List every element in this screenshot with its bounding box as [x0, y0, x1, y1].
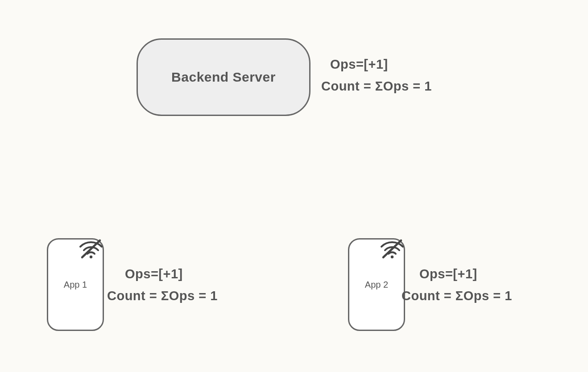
svg-point-2 [391, 256, 393, 258]
server-count-line: Count = ΣOps = 1 [321, 75, 432, 97]
backend-server-node: Backend Server [137, 38, 311, 116]
app1-count-line: Count = ΣOps = 1 [107, 285, 218, 307]
app2-state-text: Ops=[+1] Count = ΣOps = 1 [419, 263, 512, 307]
svg-point-0 [90, 256, 92, 258]
backend-server-label: Backend Server [171, 70, 276, 85]
backend-server-state-text: Ops=[+1] Count = ΣOps = 1 [330, 54, 432, 98]
app1-state-text: Ops=[+1] Count = ΣOps = 1 [125, 263, 218, 307]
app1-label: App 1 [64, 280, 87, 290]
wifi-off-icon [78, 238, 104, 259]
wifi-off-icon [379, 238, 406, 259]
app2-device-node: App 2 [348, 238, 405, 331]
app2-label: App 2 [365, 280, 388, 290]
app2-count-line: Count = ΣOps = 1 [402, 285, 512, 307]
server-ops-line: Ops=[+1] [330, 54, 432, 75]
app1-ops-line: Ops=[+1] [125, 263, 218, 285]
app1-device-node: App 1 [47, 238, 104, 331]
app2-ops-line: Ops=[+1] [419, 263, 512, 285]
